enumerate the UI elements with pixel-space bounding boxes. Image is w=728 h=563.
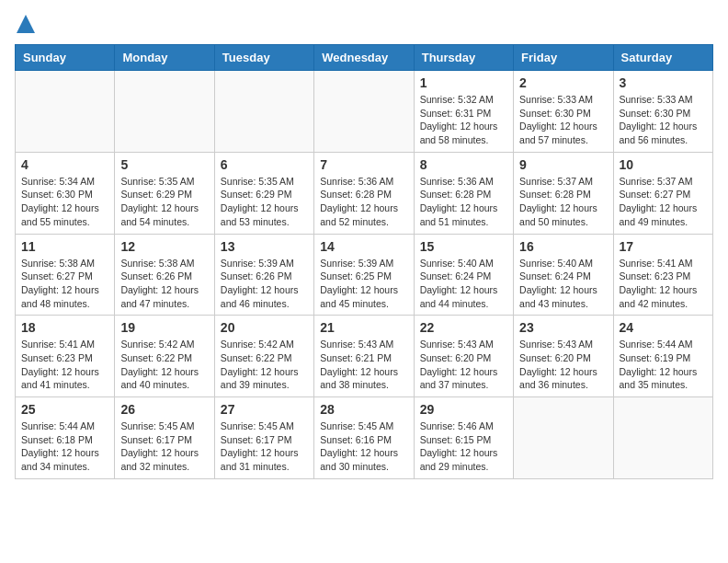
calendar-cell: 18Sunrise: 5:41 AM Sunset: 6:23 PM Dayli… xyxy=(16,316,115,397)
day-number: 21 xyxy=(320,320,407,335)
calendar-cell: 8Sunrise: 5:36 AM Sunset: 6:28 PM Daylig… xyxy=(414,152,513,234)
calendar-cell: 5Sunrise: 5:35 AM Sunset: 6:29 PM Daylig… xyxy=(115,152,214,234)
calendar-week-row: 11Sunrise: 5:38 AM Sunset: 6:27 PM Dayli… xyxy=(16,234,713,316)
day-number: 26 xyxy=(120,402,208,417)
day-number: 22 xyxy=(420,320,507,335)
day-info: Sunrise: 5:41 AM Sunset: 6:23 PM Dayligh… xyxy=(620,257,707,311)
day-info: Sunrise: 5:44 AM Sunset: 6:19 PM Dayligh… xyxy=(620,338,707,392)
calendar-cell: 13Sunrise: 5:39 AM Sunset: 6:26 PM Dayli… xyxy=(214,234,313,316)
day-number: 9 xyxy=(519,157,607,172)
day-number: 13 xyxy=(221,239,308,254)
day-info: Sunrise: 5:40 AM Sunset: 6:24 PM Dayligh… xyxy=(519,257,607,311)
calendar-cell: 22Sunrise: 5:43 AM Sunset: 6:20 PM Dayli… xyxy=(414,316,513,397)
day-info: Sunrise: 5:43 AM Sunset: 6:21 PM Dayligh… xyxy=(320,338,407,392)
calendar-header-thursday: Thursday xyxy=(414,45,513,71)
day-number: 12 xyxy=(120,239,208,254)
day-info: Sunrise: 5:45 AM Sunset: 6:16 PM Dayligh… xyxy=(320,419,407,474)
day-number: 3 xyxy=(620,75,707,90)
day-info: Sunrise: 5:39 AM Sunset: 6:25 PM Dayligh… xyxy=(320,257,407,311)
day-number: 25 xyxy=(21,402,108,417)
day-info: Sunrise: 5:36 AM Sunset: 6:28 PM Dayligh… xyxy=(420,175,507,229)
day-info: Sunrise: 5:34 AM Sunset: 6:30 PM Dayligh… xyxy=(21,175,108,229)
calendar-cell: 4Sunrise: 5:34 AM Sunset: 6:30 PM Daylig… xyxy=(16,152,115,234)
day-info: Sunrise: 5:43 AM Sunset: 6:20 PM Dayligh… xyxy=(420,338,507,392)
calendar-week-row: 1Sunrise: 5:32 AM Sunset: 6:31 PM Daylig… xyxy=(16,71,713,153)
calendar-header-saturday: Saturday xyxy=(613,45,712,71)
day-number: 10 xyxy=(620,157,707,172)
day-number: 1 xyxy=(420,75,507,90)
calendar-cell xyxy=(16,71,115,153)
day-info: Sunrise: 5:37 AM Sunset: 6:28 PM Dayligh… xyxy=(519,175,607,229)
day-info: Sunrise: 5:45 AM Sunset: 6:17 PM Dayligh… xyxy=(120,419,208,474)
calendar-cell: 7Sunrise: 5:36 AM Sunset: 6:28 PM Daylig… xyxy=(314,152,414,234)
day-number: 16 xyxy=(519,239,607,254)
calendar-cell: 28Sunrise: 5:45 AM Sunset: 6:16 PM Dayli… xyxy=(314,397,414,479)
day-number: 28 xyxy=(320,402,407,417)
calendar-week-row: 25Sunrise: 5:44 AM Sunset: 6:18 PM Dayli… xyxy=(16,397,713,479)
day-number: 19 xyxy=(120,320,208,335)
calendar-header-wednesday: Wednesday xyxy=(314,45,414,71)
calendar-header-row: SundayMondayTuesdayWednesdayThursdayFrid… xyxy=(16,45,713,71)
day-info: Sunrise: 5:40 AM Sunset: 6:24 PM Dayligh… xyxy=(420,257,507,311)
calendar-cell: 2Sunrise: 5:33 AM Sunset: 6:30 PM Daylig… xyxy=(514,71,613,153)
calendar-cell: 21Sunrise: 5:43 AM Sunset: 6:21 PM Dayli… xyxy=(314,316,414,397)
page-header xyxy=(15,15,713,35)
calendar-cell: 3Sunrise: 5:33 AM Sunset: 6:30 PM Daylig… xyxy=(613,71,712,153)
calendar-header-monday: Monday xyxy=(115,45,214,71)
calendar-cell: 24Sunrise: 5:44 AM Sunset: 6:19 PM Dayli… xyxy=(613,316,712,397)
calendar-cell: 20Sunrise: 5:42 AM Sunset: 6:22 PM Dayli… xyxy=(214,316,313,397)
day-info: Sunrise: 5:42 AM Sunset: 6:22 PM Dayligh… xyxy=(221,338,308,392)
day-number: 29 xyxy=(420,402,507,417)
calendar-cell: 26Sunrise: 5:45 AM Sunset: 6:17 PM Dayli… xyxy=(115,397,214,479)
calendar-header-tuesday: Tuesday xyxy=(214,45,313,71)
calendar-cell: 11Sunrise: 5:38 AM Sunset: 6:27 PM Dayli… xyxy=(16,234,115,316)
calendar-cell: 1Sunrise: 5:32 AM Sunset: 6:31 PM Daylig… xyxy=(414,71,513,153)
day-info: Sunrise: 5:36 AM Sunset: 6:28 PM Dayligh… xyxy=(320,175,407,229)
day-number: 2 xyxy=(519,75,607,90)
calendar-cell xyxy=(613,397,712,479)
day-number: 4 xyxy=(21,157,108,172)
day-number: 8 xyxy=(420,157,507,172)
calendar-cell xyxy=(514,397,613,479)
day-info: Sunrise: 5:45 AM Sunset: 6:17 PM Dayligh… xyxy=(221,419,308,474)
day-number: 11 xyxy=(21,239,108,254)
calendar-cell: 19Sunrise: 5:42 AM Sunset: 6:22 PM Dayli… xyxy=(115,316,214,397)
day-info: Sunrise: 5:35 AM Sunset: 6:29 PM Dayligh… xyxy=(120,175,208,229)
calendar-cell: 12Sunrise: 5:38 AM Sunset: 6:26 PM Dayli… xyxy=(115,234,214,316)
svg-marker-0 xyxy=(17,15,35,33)
calendar-cell: 17Sunrise: 5:41 AM Sunset: 6:23 PM Dayli… xyxy=(613,234,712,316)
calendar-cell: 25Sunrise: 5:44 AM Sunset: 6:18 PM Dayli… xyxy=(16,397,115,479)
day-number: 7 xyxy=(320,157,407,172)
day-info: Sunrise: 5:39 AM Sunset: 6:26 PM Dayligh… xyxy=(221,257,308,311)
day-number: 24 xyxy=(620,320,707,335)
calendar-table: SundayMondayTuesdayWednesdayThursdayFrid… xyxy=(15,44,713,479)
day-number: 18 xyxy=(21,320,108,335)
day-number: 6 xyxy=(221,157,308,172)
day-info: Sunrise: 5:46 AM Sunset: 6:15 PM Dayligh… xyxy=(420,419,507,474)
day-info: Sunrise: 5:32 AM Sunset: 6:31 PM Dayligh… xyxy=(420,93,507,147)
day-number: 27 xyxy=(221,402,308,417)
calendar-week-row: 18Sunrise: 5:41 AM Sunset: 6:23 PM Dayli… xyxy=(16,316,713,397)
day-number: 23 xyxy=(519,320,607,335)
day-number: 14 xyxy=(320,239,407,254)
logo-triangle-icon xyxy=(17,15,35,35)
calendar-cell: 9Sunrise: 5:37 AM Sunset: 6:28 PM Daylig… xyxy=(514,152,613,234)
day-info: Sunrise: 5:43 AM Sunset: 6:20 PM Dayligh… xyxy=(519,338,607,392)
calendar-cell: 14Sunrise: 5:39 AM Sunset: 6:25 PM Dayli… xyxy=(314,234,414,316)
calendar-cell xyxy=(314,71,414,153)
calendar-cell: 6Sunrise: 5:35 AM Sunset: 6:29 PM Daylig… xyxy=(214,152,313,234)
calendar-cell xyxy=(115,71,214,153)
logo xyxy=(15,15,35,35)
day-info: Sunrise: 5:38 AM Sunset: 6:27 PM Dayligh… xyxy=(21,257,108,311)
day-number: 17 xyxy=(620,239,707,254)
day-number: 20 xyxy=(221,320,308,335)
calendar-header-friday: Friday xyxy=(514,45,613,71)
calendar-header-sunday: Sunday xyxy=(16,45,115,71)
day-info: Sunrise: 5:33 AM Sunset: 6:30 PM Dayligh… xyxy=(620,93,707,147)
calendar-cell: 27Sunrise: 5:45 AM Sunset: 6:17 PM Dayli… xyxy=(214,397,313,479)
day-info: Sunrise: 5:44 AM Sunset: 6:18 PM Dayligh… xyxy=(21,419,108,474)
calendar-cell xyxy=(214,71,313,153)
day-info: Sunrise: 5:35 AM Sunset: 6:29 PM Dayligh… xyxy=(221,175,308,229)
calendar-cell: 23Sunrise: 5:43 AM Sunset: 6:20 PM Dayli… xyxy=(514,316,613,397)
calendar-cell: 10Sunrise: 5:37 AM Sunset: 6:27 PM Dayli… xyxy=(613,152,712,234)
